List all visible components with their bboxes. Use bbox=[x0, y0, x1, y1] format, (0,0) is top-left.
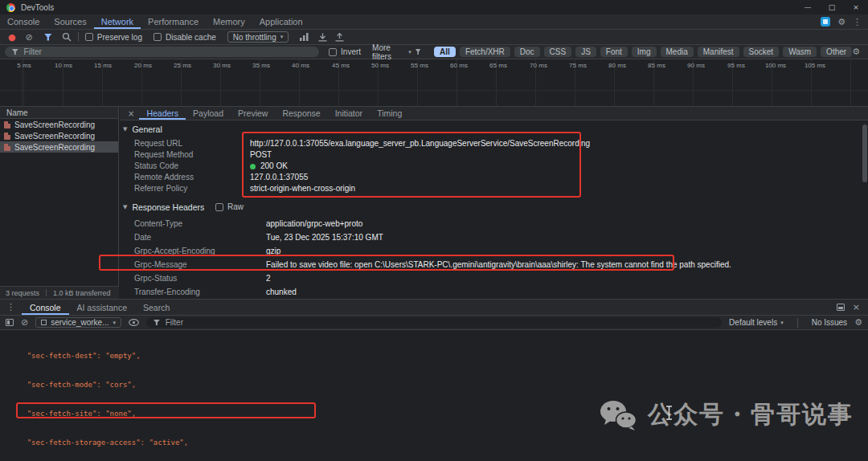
chip-font[interactable]: Font bbox=[600, 47, 628, 57]
context-value: service_worke... bbox=[51, 318, 108, 327]
throttling-select[interactable]: No throttling ▾ bbox=[227, 31, 289, 43]
network-toolbar: ● ⊘ Preserve log Disable cache No thrott… bbox=[0, 30, 868, 45]
eye-icon[interactable] bbox=[129, 319, 139, 326]
timeline-label: 20 ms bbox=[125, 62, 161, 69]
filter-toggle-icon[interactable] bbox=[44, 34, 52, 41]
name-column-header[interactable]: Name bbox=[0, 107, 118, 119]
console-line: "sec-fetch-dest": "empty", bbox=[10, 351, 868, 361]
tab-response[interactable]: Response bbox=[275, 107, 327, 120]
chip-socket[interactable]: Socket bbox=[743, 47, 780, 57]
invert-checkbox[interactable] bbox=[329, 48, 337, 56]
blue-app-icon[interactable] bbox=[821, 17, 830, 27]
clear-console-icon[interactable]: ⊘ bbox=[21, 317, 28, 328]
window-controls: — □ × bbox=[796, 3, 868, 11]
scrollbar-thumb[interactable] bbox=[862, 124, 867, 182]
clear-icon[interactable]: ⊘ bbox=[26, 32, 33, 43]
record-icon[interactable]: ● bbox=[8, 32, 16, 43]
chip-other[interactable]: Other bbox=[821, 47, 852, 57]
close-button[interactable]: × bbox=[844, 3, 868, 11]
close-details-icon[interactable]: × bbox=[123, 109, 139, 118]
console-settings-gear-icon[interactable]: ⚙ bbox=[854, 317, 862, 328]
raw-checkbox[interactable] bbox=[215, 203, 223, 211]
text-cursor-icon bbox=[665, 406, 674, 420]
chip-fetch-xhr[interactable]: Fetch/XHR bbox=[460, 47, 510, 57]
request-row-selected[interactable]: SaveScreenRecording bbox=[0, 141, 118, 153]
tab-performance[interactable]: Performance bbox=[141, 14, 206, 29]
timeline-label: 90 ms bbox=[678, 62, 714, 69]
import-har-icon[interactable] bbox=[318, 33, 327, 42]
tab-memory[interactable]: Memory bbox=[206, 14, 252, 29]
chip-all[interactable]: All bbox=[434, 47, 456, 57]
response-headers-section-header[interactable]: ▼ Response Headers bbox=[123, 202, 204, 212]
console-line: "sec-fetch-storage-access": "active", bbox=[10, 438, 868, 447]
log-levels-select[interactable]: Default levels ▾ bbox=[729, 318, 784, 327]
settings-gear-icon[interactable]: ⚙ bbox=[837, 17, 845, 27]
tab-application[interactable]: Application bbox=[252, 14, 310, 29]
raw-option: Raw bbox=[215, 202, 244, 211]
search-icon[interactable] bbox=[62, 32, 72, 42]
tab-console[interactable]: Console bbox=[0, 14, 47, 29]
tab-timing[interactable]: Timing bbox=[370, 107, 409, 120]
export-har-icon[interactable] bbox=[335, 33, 344, 42]
chip-manifest[interactable]: Manifest bbox=[698, 47, 739, 57]
maximize-button[interactable]: □ bbox=[820, 3, 844, 11]
drawer-tab-console[interactable]: Console bbox=[22, 300, 69, 315]
chip-css[interactable]: CSS bbox=[544, 47, 572, 57]
chip-js[interactable]: JS bbox=[575, 47, 596, 57]
details-scrollbar[interactable] bbox=[862, 124, 867, 293]
chip-doc[interactable]: Doc bbox=[514, 47, 540, 57]
network-conditions-icon[interactable] bbox=[300, 33, 309, 41]
header-value: application/grpc-web+proto bbox=[266, 219, 362, 228]
triangle-down-icon: ▼ bbox=[123, 126, 127, 133]
disable-cache-checkbox[interactable] bbox=[154, 33, 162, 41]
drawer-more-icon[interactable]: ⋮ bbox=[0, 300, 22, 315]
network-filter-input[interactable] bbox=[24, 47, 313, 56]
request-row[interactable]: SaveScreenRecording bbox=[0, 130, 118, 141]
console-line: "sec-fetch-mode": "cors", bbox=[10, 380, 868, 390]
more-filters-funnel-icon bbox=[416, 49, 421, 55]
tab-sources[interactable]: Sources bbox=[47, 14, 93, 29]
header-value: POST bbox=[250, 150, 272, 159]
tab-initiator[interactable]: Initiator bbox=[328, 107, 370, 120]
close-drawer-icon[interactable]: × bbox=[853, 302, 860, 312]
network-settings-gear-icon[interactable]: ⚙ bbox=[852, 47, 860, 57]
request-details-panel: × Headers Payload Preview Response Initi… bbox=[120, 107, 868, 299]
issues-counter[interactable]: No Issues bbox=[812, 318, 847, 327]
minimize-button[interactable]: — bbox=[796, 3, 820, 11]
throttling-value: No throttling bbox=[233, 33, 276, 42]
console-sidebar-icon[interactable] bbox=[6, 319, 14, 326]
header-name: Date bbox=[134, 233, 151, 242]
chevron-down-icon: ▾ bbox=[113, 320, 116, 326]
console-filter-input[interactable] bbox=[166, 318, 715, 327]
dock-side-icon[interactable] bbox=[837, 304, 845, 311]
chip-wasm[interactable]: Wasm bbox=[783, 47, 817, 57]
header-value: Failed to save video file: open C:\Users… bbox=[266, 260, 731, 269]
header-name: Grpc-Accept-Encoding bbox=[134, 247, 215, 255]
drawer-tab-ai-assistance[interactable]: AI assistance bbox=[69, 300, 135, 315]
network-overview-timeline[interactable]: 5 ms 10 ms 15 ms 20 ms 25 ms 30 ms 35 ms… bbox=[0, 59, 868, 107]
console-messages[interactable]: "sec-fetch-dest": "empty", "sec-fetch-mo… bbox=[0, 330, 868, 461]
more-options-icon[interactable]: ⋮ bbox=[853, 17, 862, 27]
more-filters-button[interactable]: More filters ▾ bbox=[372, 43, 421, 61]
watermark: 公众号・骨哥说事 bbox=[600, 398, 854, 431]
timeline-label: 10 ms bbox=[46, 62, 81, 69]
raw-label: Raw bbox=[227, 202, 244, 211]
general-section-header[interactable]: ▼ General bbox=[123, 124, 162, 134]
timeline-label: 70 ms bbox=[521, 62, 556, 69]
drawer-tab-search[interactable]: Search bbox=[135, 300, 178, 315]
wechat-icon bbox=[600, 399, 637, 431]
tab-network[interactable]: Network bbox=[94, 14, 141, 29]
tab-headers[interactable]: Headers bbox=[139, 107, 186, 120]
timeline-label: 50 ms bbox=[362, 62, 398, 69]
request-name: SaveScreenRecording bbox=[14, 143, 95, 152]
tab-preview[interactable]: Preview bbox=[231, 107, 275, 120]
preserve-log-label: Preserve log bbox=[97, 33, 142, 42]
tab-payload[interactable]: Payload bbox=[186, 107, 231, 120]
preserve-log-checkbox[interactable] bbox=[85, 33, 93, 41]
request-row[interactable]: SaveScreenRecording bbox=[0, 119, 118, 130]
divider bbox=[78, 32, 79, 42]
chip-img[interactable]: Img bbox=[632, 47, 657, 57]
chip-media[interactable]: Media bbox=[661, 47, 694, 57]
execution-context-select[interactable]: service_worke... ▾ bbox=[35, 317, 121, 328]
general-section-title: General bbox=[132, 124, 162, 134]
